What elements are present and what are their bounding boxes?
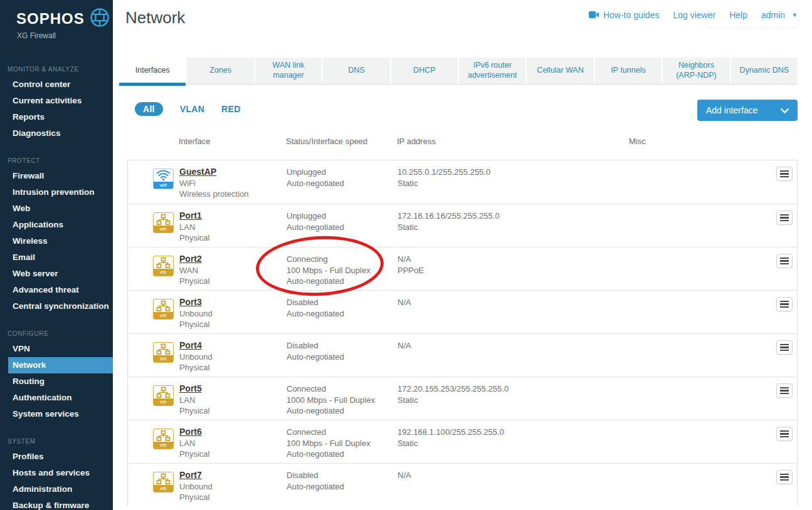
sidebar-item-applications[interactable]: Applications: [0, 217, 113, 233]
row-menu-icon[interactable]: [776, 167, 793, 181]
table-row: eth Port4 Unbound Physical Disabled Auto…: [128, 333, 797, 377]
sophos-logo: SOPHOS: [16, 10, 85, 28]
interface-link[interactable]: Port4: [179, 340, 202, 350]
sidebar-item-email[interactable]: Email: [0, 249, 113, 266]
filter-pills: All VLAN RED: [135, 102, 241, 116]
column-misc: Misc: [629, 137, 776, 147]
top-links: How-to guides Log viewer Help admin ▼: [589, 10, 798, 20]
sidebar-item-control-center[interactable]: Control center: [0, 76, 113, 93]
add-interface-button[interactable]: Add interface: [697, 100, 798, 121]
row-menu-icon[interactable]: [776, 340, 793, 355]
sidebar-item-profiles[interactable]: Profiles: [0, 449, 113, 465]
sidebar-item-current-activities[interactable]: Current activities: [0, 93, 113, 109]
sidebar-item-backup-firmware[interactable]: Backup & firmware: [0, 497, 113, 510]
row-menu-icon[interactable]: [776, 427, 793, 441]
product-name: XG Firewall: [0, 30, 113, 40]
sidebar-item-firewall[interactable]: Firewall: [0, 168, 113, 184]
ethernet-icon: eth: [153, 429, 174, 449]
sidebar-item-web[interactable]: Web: [0, 200, 113, 217]
column-ip-address: IP address: [397, 137, 629, 147]
tab-ip-tunnels[interactable]: IP tunnels: [595, 58, 662, 84]
row-menu-icon[interactable]: [776, 470, 793, 484]
sidebar-item-authentication[interactable]: Authentication: [0, 390, 113, 406]
interface-link[interactable]: Port2: [179, 254, 202, 264]
tab-cellular-wan[interactable]: Cellular WAN: [527, 58, 593, 84]
sidebar: SOPHOS XG Firewall MONITOR & ANALYZE Con…: [0, 0, 113, 510]
sidebar-item-advanced-threat[interactable]: Advanced threat: [0, 282, 113, 298]
table-row: eth Port1 LAN Physical Unplugged Auto-ne…: [128, 204, 797, 247]
ethernet-icon: eth: [153, 256, 174, 276]
table-row: wifi GuestAP WiFi Wireless protection Un…: [128, 160, 797, 204]
ethernet-icon: eth: [153, 212, 174, 233]
chevron-down-icon: [781, 105, 789, 115]
row-menu-icon[interactable]: [776, 383, 793, 398]
sidebar-item-vpn[interactable]: VPN: [0, 341, 113, 357]
filter-red[interactable]: RED: [221, 104, 240, 114]
sidebar-item-central-synchronization[interactable]: Central synchronization: [0, 298, 113, 315]
sidebar-nav: MONITOR & ANALYZE Control center Current…: [0, 40, 113, 510]
table-row: eth Port2 WAN Physical Connecting 100 Mb…: [128, 247, 797, 290]
row-menu-icon[interactable]: [776, 254, 793, 268]
interface-link[interactable]: GuestAP: [179, 167, 216, 177]
table-row: eth Port6 LAN Physical Connected 100 Mbp…: [128, 420, 797, 463]
interface-link[interactable]: Port7: [179, 470, 202, 480]
tab-zones[interactable]: Zones: [187, 58, 253, 84]
controls-row: All VLAN RED Add interface: [125, 100, 798, 122]
ethernet-icon: eth: [153, 385, 174, 406]
table-header: Interface Status/Interface speed IP addr…: [127, 137, 798, 147]
tab-bar: Interfaces Zones WAN link manager DNS DH…: [119, 58, 798, 85]
tab-neighbors-arp-ndp[interactable]: Neighbors (ARP-NDP): [663, 58, 729, 84]
filter-all[interactable]: All: [135, 102, 163, 116]
wifi-icon: wifi: [153, 169, 174, 189]
ethernet-icon: eth: [153, 342, 174, 363]
sidebar-item-wireless[interactable]: Wireless: [0, 233, 113, 249]
section-protect: PROTECT: [0, 157, 113, 164]
row-menu-icon[interactable]: [776, 297, 793, 311]
sidebar-item-network[interactable]: Network: [8, 357, 113, 373]
sidebar-item-system-services[interactable]: System services: [0, 406, 113, 422]
tab-ipv6-router-advertisement[interactable]: IPv6 router advertisement: [459, 58, 525, 84]
interfaces-table: wifi GuestAP WiFi Wireless protection Un…: [127, 160, 798, 506]
page-title: Network: [125, 8, 185, 28]
help-link[interactable]: Help: [729, 10, 747, 20]
section-monitor-analyze: MONITOR & ANALYZE: [0, 66, 113, 73]
section-configure: CONFIGURE: [0, 330, 113, 337]
tab-dynamic-dns[interactable]: Dynamic DNS: [731, 58, 798, 84]
section-system: SYSTEM: [0, 438, 113, 445]
sophos-firewall-icon: [90, 8, 110, 30]
sidebar-item-hosts-and-services[interactable]: Hosts and services: [0, 465, 113, 481]
tab-dhcp[interactable]: DHCP: [391, 58, 458, 84]
tab-interfaces[interactable]: Interfaces: [119, 58, 186, 84]
main-content: Network How-to guides Log viewer Help ad…: [113, 0, 812, 510]
admin-menu[interactable]: admin ▼: [761, 10, 798, 20]
table-row: eth Port5 LAN Physical Connected 1000 Mb…: [128, 377, 797, 420]
interface-link[interactable]: Port1: [179, 211, 202, 221]
log-viewer-link[interactable]: Log viewer: [673, 10, 715, 20]
interface-link[interactable]: Port6: [179, 427, 202, 437]
table-row: eth Port7 Unbound Physical Disabled Auto…: [128, 463, 797, 506]
tab-wan-link-manager[interactable]: WAN link manager: [255, 58, 322, 84]
logo-row: SOPHOS: [0, 0, 113, 30]
interface-link[interactable]: Port5: [179, 383, 202, 393]
chevron-down-icon: ▼: [792, 12, 798, 18]
ethernet-icon: eth: [153, 472, 174, 492]
tab-dns[interactable]: DNS: [323, 58, 389, 84]
interface-link[interactable]: Port3: [179, 297, 202, 307]
row-menu-icon[interactable]: [776, 211, 793, 225]
sidebar-item-web-server[interactable]: Web server: [0, 266, 113, 282]
sidebar-item-diagnostics[interactable]: Diagnostics: [0, 125, 113, 142]
how-to-guides-link[interactable]: How-to guides: [589, 10, 660, 20]
filter-vlan[interactable]: VLAN: [180, 104, 204, 114]
video-icon: [589, 10, 599, 20]
ethernet-icon: eth: [153, 299, 174, 320]
sidebar-item-routing[interactable]: Routing: [0, 373, 113, 390]
sidebar-item-administration[interactable]: Administration: [0, 481, 113, 497]
column-status: Status/Interface speed: [286, 137, 397, 147]
sidebar-item-intrusion-prevention[interactable]: Intrusion prevention: [0, 184, 113, 200]
column-interface: Interface: [179, 137, 286, 147]
sidebar-item-reports[interactable]: Reports: [0, 109, 113, 125]
table-row: eth Port3 Unbound Physical Disabled Auto…: [128, 290, 797, 333]
